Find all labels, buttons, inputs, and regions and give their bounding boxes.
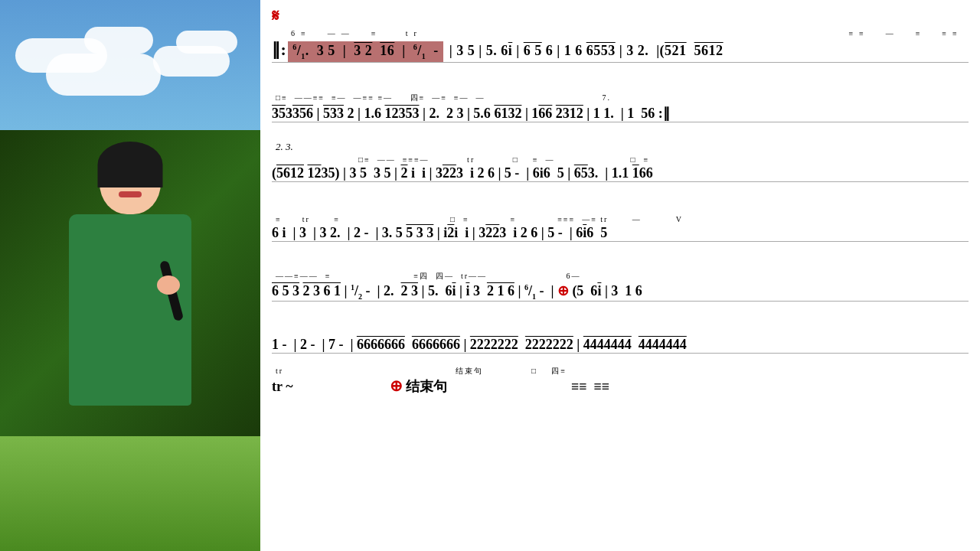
row4-above-text: ≡ tr ≡ □ ≡ ≡ ≡≡≡ —≡ tr — V [276, 215, 683, 223]
row2-notes: 353356 | 533 2 | 1.6 12353 | 2. 2 3 | 5.… [272, 105, 969, 122]
cloud-3 [46, 54, 161, 96]
row6-separator [272, 353, 969, 354]
row6-above-marks [272, 326, 969, 337]
video-panel [0, 130, 260, 436]
notes-after-highlight: | 3 5 | 5. 6i | 6 5 6 | 1 6 6553 | 3 2. … [446, 43, 724, 59]
cloud-2 [84, 27, 153, 54]
row2-above-text: □≡ ——≡≡ ≡— —≡≡ ≡— 四≡ —≡ ≡— — 7. [276, 93, 611, 103]
row1-above-marks: 6≡ —— ≡ tr ≡≡ — ≡ ≡≡ [272, 26, 969, 40]
row1-separator [272, 62, 969, 63]
music-row-3: 2. 3. □≡ —— ≡≡≡— tr □ ≡ — □ ≡ (5612 1235… [272, 126, 969, 185]
music-row-2: □≡ ——≡≡ ≡— —≡≡ ≡— 四≡ —≡ ≡— — 7. 353356 |… [272, 66, 969, 126]
music-row-7: tr 结束句 □ 四≡ tr ~ ⊕ 结束句 ≡≡ ≡≡ [272, 357, 969, 399]
music-row-1: 6≡ —— ≡ tr ≡≡ — ≡ ≡≡ ‖: 6/1. 3 5 | 3 2 1… [272, 6, 969, 66]
music-row-4: ≡ tr ≡ □ ≡ ≡ ≡≡≡ —≡ tr — V 6 i | 3 | 3 2… [272, 185, 969, 245]
row5-above-text: ——≡—— ≡ ≡四 四— tr—— 6— [276, 271, 581, 282]
video-content [0, 130, 260, 436]
row7-above-text: tr 结束句 □ 四≡ [276, 366, 567, 377]
person-body [69, 214, 191, 406]
sheet-music-area: 𝄋 6≡ —— ≡ tr ≡≡ — ≡ ≡≡ ‖: 6/1. 3 5 | 3 2… [260, 0, 980, 551]
row7-above-marks: tr 结束句 □ 四≡ [272, 366, 969, 377]
section-label-23: 2. 3. [276, 141, 293, 152]
hand [157, 276, 180, 295]
lips [119, 191, 142, 197]
row4-separator [272, 241, 969, 242]
row7-notes: tr ~ ⊕ 结束句 ≡≡ ≡≡ [272, 377, 969, 396]
cloud-5 [153, 46, 230, 77]
row3-above-marks: □≡ —— ≡≡≡— tr □ ≡ — □ ≡ [272, 153, 969, 165]
row6-notes-text: 1 - | 2 - | 7 - | 6666666 6666666 | 2222… [272, 337, 687, 352]
person-hair [98, 142, 163, 187]
row5-notes-text: 6 5 3 2 3 6 1 | 1/2 - | 2. 2 3 | 5. 6i |… [272, 283, 642, 298]
row1-notes: ‖: 6/1. 3 5 | 3 2 16 | 6/1 - | 3 5 | 5. … [272, 40, 969, 62]
row3-notes: (5612 1235) | 3 5 3 5 | 2 i i | 3223 i 2… [272, 165, 969, 181]
row5-separator [272, 301, 969, 302]
row5-above-marks: ——≡—— ≡ ≡四 四— tr—— 6— [272, 270, 969, 282]
row7-notes-text: tr ~ ⊕ 结束句 ≡≡ ≡≡ [272, 377, 609, 396]
highlighted-notes: 6/1. 3 5 | 3 2 16 | 6/1 - [288, 41, 443, 62]
row3-section-label: 2. 3. [272, 141, 969, 153]
grass-area [0, 436, 260, 551]
row2-separator [272, 122, 969, 122]
row3-above-text: □≡ —— ≡≡≡— tr □ ≡ — □ ≡ [276, 155, 649, 164]
music-row-5: ——≡—— ≡ ≡四 四— tr—— 6— 6 5 3 2 3 6 1 | 1/… [272, 245, 969, 305]
row3-notes-text: (5612 1235) | 3 5 3 5 | 2 i i | 3223 i 2… [272, 165, 653, 181]
row4-notes-text: 6 i | 3 | 3 2. | 2 - | 3. 5 5 3 3 | i2i … [272, 225, 607, 240]
row3-separator [272, 181, 969, 182]
row2-notes-text: 353356 | 533 2 | 1.6 12353 | 2. 2 3 | 5.… [272, 106, 670, 121]
repeat-start-sign: ‖: [272, 40, 286, 60]
clouds-area [0, 15, 260, 138]
row6-notes: 1 - | 2 - | 7 - | 6666666 6666666 | 2222… [272, 337, 969, 353]
row2-above-marks: □≡ ——≡≡ ≡— —≡≡ ≡— 四≡ —≡ ≡— — 7. [272, 91, 969, 105]
above-mark-text-1: 6≡ —— ≡ tr ≡≡ — ≡ ≡≡ [291, 29, 963, 37]
row4-above-marks: ≡ tr ≡ □ ≡ ≡ ≡≡≡ —≡ tr — V [272, 213, 969, 225]
music-row-6: 1 - | 2 - | 7 - | 6666666 6666666 | 2222… [272, 305, 969, 357]
row4-notes: 6 i | 3 | 3 2. | 2 - | 3. 5 5 3 3 | i2i … [272, 225, 969, 241]
row5-notes: 6 5 3 2 3 6 1 | 1/2 - | 2. 2 3 | 5. 6i |… [272, 282, 969, 301]
